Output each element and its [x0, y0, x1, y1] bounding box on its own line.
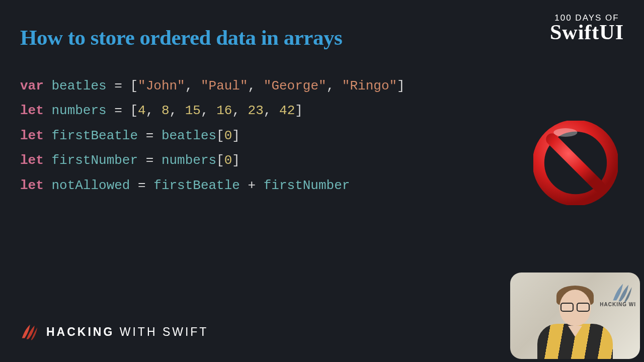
course-logo: 100 DAYS OF SwiftUI [550, 13, 624, 42]
presenter-webcam: HACKING WI [510, 273, 640, 359]
brand-text: HACKING WITH SWIFT [46, 325, 208, 339]
identifier: beatles [162, 128, 216, 143]
string: "Ringo" [342, 78, 397, 94]
identifier: numbers [51, 103, 106, 118]
number: 4 [138, 103, 146, 118]
number: 8 [162, 103, 170, 118]
prohibited-icon [533, 121, 618, 205]
keyword: let [20, 128, 44, 143]
number: 42 [279, 103, 295, 118]
keyword: let [20, 153, 44, 168]
identifier: firstNumber [51, 153, 138, 168]
string: "John" [138, 78, 185, 94]
svg-point-2 [553, 128, 577, 137]
identifier: firstBeatle [51, 128, 138, 143]
string: "Paul" [201, 78, 248, 94]
swift-icon [611, 282, 633, 304]
course-logo-line2: SwiftUI [550, 23, 624, 42]
identifier: firstNumber [264, 178, 350, 193]
identifier: firstBeatle [153, 178, 240, 193]
identifier: numbers [162, 153, 216, 168]
keyword: let [20, 103, 44, 118]
keyword: let [20, 178, 44, 193]
identifier: beatles [51, 78, 106, 94]
number: 0 [224, 128, 232, 143]
keyword: var [20, 78, 44, 94]
op: = [114, 78, 122, 94]
bracket: [ [130, 78, 138, 94]
identifier: notAllowed [51, 178, 130, 193]
number: 15 [185, 103, 201, 118]
string: "George" [264, 78, 327, 94]
bracket: ] [397, 78, 405, 94]
swift-icon [20, 323, 38, 341]
slide-title: How to store ordered data in arrays [20, 25, 624, 50]
brand-logo: HACKING WITH SWIFT [20, 323, 208, 341]
presenter-illustration [537, 284, 613, 359]
number: 16 [216, 103, 232, 118]
svg-line-1 [552, 139, 599, 187]
number: 23 [248, 103, 264, 118]
number: 0 [224, 153, 232, 168]
